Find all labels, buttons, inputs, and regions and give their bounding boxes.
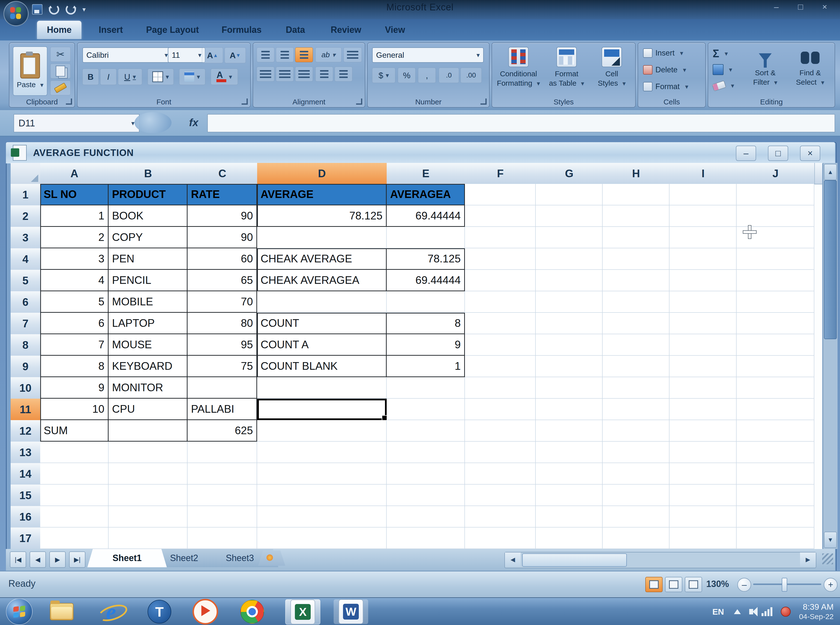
row-header-9[interactable]: 9 (11, 356, 41, 378)
cell-E4[interactable]: 78.125 (387, 248, 465, 270)
cell-B8[interactable]: MOUSE (109, 334, 188, 356)
cell-A13[interactable] (40, 442, 109, 463)
first-sheet-icon[interactable]: |◀ (10, 552, 26, 568)
zoom-out-button[interactable]: – (738, 578, 751, 592)
next-sheet-icon[interactable]: ▶ (49, 552, 66, 568)
workbook-restore-icon[interactable]: □ (768, 146, 788, 161)
antivirus-tray-icon[interactable] (781, 607, 791, 617)
row-header-13[interactable]: 13 (11, 442, 41, 463)
fill-button[interactable]: ▾ (713, 64, 732, 75)
font-dialog-launcher-icon[interactable] (242, 98, 248, 105)
cell-I12[interactable] (669, 420, 737, 442)
increase-indent-button[interactable] (335, 67, 352, 81)
cell-E14[interactable] (387, 463, 465, 485)
row-header-17[interactable]: 17 (11, 527, 41, 549)
cell-I8[interactable] (669, 334, 737, 356)
align-left-button[interactable] (257, 67, 275, 81)
maximize-window-icon[interactable]: □ (793, 2, 808, 12)
row-header-2[interactable]: 2 (11, 205, 41, 227)
taskbar-explorer-button[interactable] (44, 599, 79, 624)
scroll-left-icon[interactable]: ◀ (505, 552, 521, 567)
cell-D12[interactable] (257, 420, 387, 442)
cell-A10[interactable]: 9 (40, 377, 109, 399)
show-hidden-icons[interactable] (734, 609, 741, 614)
cell-H12[interactable] (602, 420, 669, 442)
minimize-window-icon[interactable]: – (769, 2, 784, 12)
cell-G1[interactable] (536, 184, 602, 205)
cell-C4[interactable]: 60 (188, 248, 257, 270)
scroll-right-icon[interactable]: ▶ (800, 552, 816, 567)
horizontal-scrollbar[interactable]: ◀ ▶ (505, 552, 816, 568)
borders-button[interactable]: ▾ (148, 68, 174, 85)
normal-view-button[interactable] (645, 577, 663, 592)
resize-grip[interactable] (822, 553, 833, 564)
cell-D15[interactable] (257, 485, 387, 506)
row-header-11[interactable]: 11 (11, 399, 41, 421)
cell-C16[interactable] (188, 506, 257, 527)
cell-I6[interactable] (669, 291, 737, 313)
cell-F4[interactable] (465, 248, 536, 270)
cell-D2[interactable]: 78.125 (257, 205, 387, 227)
scroll-down-icon[interactable]: ▼ (824, 532, 837, 548)
cell-A3[interactable]: 2 (40, 227, 109, 248)
cell-D9[interactable]: COUNT BLANK (257, 356, 387, 377)
cell-J9[interactable] (737, 356, 814, 377)
cell-H7[interactable] (602, 313, 669, 334)
row-header-5[interactable]: 5 (11, 270, 41, 292)
cell-F5[interactable] (465, 270, 536, 291)
cell-I7[interactable] (669, 313, 737, 334)
cell-H5[interactable] (602, 270, 669, 291)
column-header-B[interactable]: B (109, 163, 188, 184)
find-select-button[interactable]: Find & Select ▾ (789, 47, 831, 87)
cell-C14[interactable] (188, 463, 257, 485)
cell-J11[interactable] (737, 399, 814, 420)
save-icon[interactable] (32, 4, 42, 14)
format-painter-button[interactable] (50, 81, 71, 95)
cell-A7[interactable]: 6 (40, 313, 109, 334)
cell-G14[interactable] (536, 463, 602, 485)
start-button[interactable] (2, 599, 37, 624)
cell-B15[interactable] (109, 485, 188, 506)
decrease-decimal-button[interactable]: .00 (461, 68, 482, 83)
cell-I13[interactable] (669, 442, 737, 463)
page-layout-view-button[interactable] (665, 577, 682, 592)
cell-E8[interactable]: 9 (387, 334, 465, 356)
cell-H17[interactable] (602, 527, 669, 549)
autosum-button[interactable]: Σ▾ (713, 47, 728, 60)
taskbar-internet-explorer-button[interactable]: e (94, 599, 128, 624)
name-box-dropdown-icon[interactable]: ▾ (131, 120, 135, 127)
taskbar-media-player-button[interactable] (188, 599, 223, 624)
top-align-button[interactable] (257, 47, 275, 62)
cell-G3[interactable] (536, 227, 602, 248)
cell-E13[interactable] (387, 442, 465, 463)
tab-formulas[interactable]: Formulas (212, 21, 272, 39)
tab-page-layout[interactable]: Page Layout (136, 21, 209, 39)
cell-E1[interactable]: AVERAGEA (387, 184, 465, 205)
cell-D13[interactable] (257, 442, 387, 463)
cell-D5[interactable]: CHEAK AVERAGEA (257, 270, 387, 291)
taskbar-clock[interactable]: 8:39 AM 04-Sep-22 (799, 602, 834, 622)
cell-G16[interactable] (536, 506, 602, 527)
cell-E11[interactable] (387, 399, 465, 420)
cell-D7[interactable]: COUNT (257, 313, 387, 334)
redo-icon[interactable] (66, 4, 76, 14)
font-size-select[interactable]: 11▾ (168, 47, 205, 63)
cell-B11[interactable]: CPU (109, 399, 188, 420)
cell-A17[interactable] (40, 527, 109, 549)
sort-filter-button[interactable]: Sort & Filter ▾ (744, 47, 786, 87)
cell-J4[interactable] (737, 248, 814, 270)
cell-A12[interactable]: SUM (40, 420, 109, 442)
column-header-D[interactable]: D (257, 163, 387, 184)
volume-icon[interactable] (749, 609, 753, 614)
tab-data[interactable]: Data (276, 21, 315, 39)
tab-sheet1[interactable]: Sheet1 (87, 549, 167, 567)
delete-cells-button[interactable]: Delete▾ (643, 65, 686, 75)
cell-H14[interactable] (602, 463, 669, 485)
cell-A4[interactable]: 3 (40, 248, 109, 270)
cell-I10[interactable] (669, 377, 737, 399)
row-header-12[interactable]: 12 (11, 420, 41, 442)
cell-I9[interactable] (669, 356, 737, 377)
cell-G12[interactable] (536, 420, 602, 442)
bold-button[interactable]: B (82, 68, 99, 85)
bottom-align-button[interactable] (295, 47, 313, 62)
